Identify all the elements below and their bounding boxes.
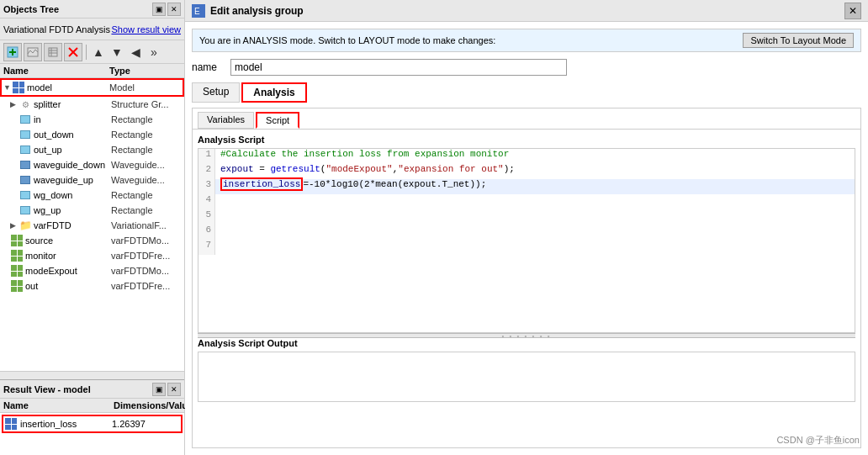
tree-scrollbar[interactable] — [0, 371, 184, 379]
result-item-value: 1.26397 — [112, 419, 179, 429]
expand-varfdtd[interactable]: ▶ — [10, 221, 19, 230]
code-line-3: 3 insertion_loss=-10*log10(2*mean(expout… — [198, 179, 855, 194]
show-result-button[interactable]: Show result view — [111, 24, 181, 34]
tree-item-out-down[interactable]: out_down Rectangle — [0, 127, 184, 142]
line-code-5 — [215, 209, 220, 225]
svg-text:E: E — [194, 7, 200, 16]
content-area: Variables Script Analysis Script 1 #Calc… — [192, 108, 861, 448]
right-panel: E Edit analysis group ✕ You are in ANALY… — [185, 0, 868, 455]
wg-up-name: wg_up — [34, 205, 111, 215]
waveguide-up-name: waveguide_up — [34, 175, 111, 185]
left-panel: Objects Tree ▣ ✕ Variational FDTD Analys… — [0, 0, 185, 455]
close-panel-icon[interactable]: ✕ — [167, 3, 181, 16]
result-body: insertion_loss 1.26397 — [0, 413, 184, 455]
move-up-button[interactable]: ▲ — [90, 44, 107, 61]
line-code-6 — [215, 225, 220, 240]
dialog-body: You are in ANALYSIS mode. Switch to LAYO… — [185, 22, 868, 455]
source-type: varFDTDMo... — [111, 235, 183, 246]
tree-item-in[interactable]: in Rectangle — [0, 112, 184, 127]
splitter-name: splitter — [34, 99, 111, 109]
varfdtd-folder-icon: 📁 — [19, 219, 32, 232]
out-name: out — [25, 281, 111, 291]
tree-item-varfdtd[interactable]: ▶ 📁 varFDTD VariationalF... — [0, 218, 184, 233]
col-name-header: Name — [3, 66, 109, 76]
switch-to-layout-button[interactable]: Switch To Layout Mode — [743, 33, 854, 48]
add-object-button[interactable] — [3, 43, 22, 61]
objects-tree-title: Objects Tree — [3, 4, 59, 14]
line-num-5: 5 — [198, 209, 215, 225]
tree-item-splitter[interactable]: ▶ ⚙ splitter Structure Gr... — [0, 97, 184, 112]
in-name: in — [34, 114, 111, 124]
toolbar-row: Variational FDTD Analysis Show result vi… — [0, 19, 184, 40]
line-num-4: 4 — [198, 194, 215, 209]
watermark: CSDN @子非鱼icon — [776, 434, 860, 447]
line-num-1: 1 — [198, 149, 215, 164]
name-label: name — [192, 61, 225, 73]
dialog-titlebar: E Edit analysis group ✕ — [185, 0, 868, 22]
delete-button[interactable] — [64, 43, 82, 61]
tree-item-modeexpout[interactable]: modeExpout varFDTDMo... — [0, 263, 184, 278]
tree-columns-header: Name Type — [0, 64, 184, 78]
splitter-type: Structure Gr... — [111, 99, 183, 109]
tree-item-waveguide-down[interactable]: waveguide_down Waveguide... — [0, 157, 184, 172]
source-name: source — [25, 235, 111, 246]
tabs-row: Setup Analysis — [192, 82, 861, 103]
result-columns-header: Name Dimensions/Valu... — [0, 399, 184, 413]
result-item-insertion-loss[interactable]: insertion_loss 1.26397 — [2, 415, 183, 433]
expand-model[interactable]: ▼ — [3, 83, 12, 92]
subtab-script[interactable]: Script — [256, 112, 299, 129]
line-code-4 — [215, 194, 220, 209]
tree-item-monitor[interactable]: monitor varFDTDFre... — [0, 248, 184, 263]
out-type: varFDTDFre... — [111, 281, 183, 291]
waveguide-down-icon — [19, 158, 32, 172]
more-button[interactable]: » — [146, 44, 162, 61]
tree-item-source[interactable]: source varFDTDMo... — [0, 233, 184, 248]
code-line-1: 1 #Calculate the insertion loss from exp… — [198, 149, 855, 164]
code-editor[interactable]: 1 #Calculate the insertion loss from exp… — [198, 148, 855, 333]
script-output — [198, 352, 855, 402]
out-up-icon — [19, 143, 32, 156]
result-pin-icon[interactable]: ▣ — [152, 383, 166, 396]
code-line-4: 4 — [198, 194, 855, 209]
tree-item-model[interactable]: ▼ model Model — [0, 78, 184, 97]
tree-item-out[interactable]: out varFDTDFre... — [0, 278, 184, 294]
image-button[interactable] — [24, 43, 42, 61]
line-num-2: 2 — [198, 164, 215, 179]
tree-item-wg-down[interactable]: wg_down Rectangle — [0, 188, 184, 203]
result-view-title: Result View - model — [3, 384, 91, 394]
separator — [86, 45, 87, 60]
model-type: Model — [109, 82, 181, 93]
code-line-7: 7 — [198, 240, 855, 255]
header-icons: ▣ ✕ — [152, 3, 181, 16]
result-close-icon[interactable]: ✕ — [167, 383, 181, 396]
name-input[interactable] — [230, 59, 567, 76]
result-col-name: Name — [3, 400, 114, 410]
svg-rect-4 — [49, 48, 57, 56]
tab-analysis[interactable]: Analysis — [241, 82, 306, 103]
dialog-close-button[interactable]: ✕ — [844, 3, 861, 19]
expand-splitter[interactable]: ▶ — [10, 100, 19, 108]
modeexpout-icon — [10, 264, 24, 278]
line-code-7 — [215, 240, 220, 255]
subtab-variables[interactable]: Variables — [198, 112, 254, 129]
mode-text: You are in ANALYSIS mode. Switch to LAYO… — [199, 35, 495, 45]
tree-item-waveguide-up[interactable]: waveguide_up Waveguide... — [0, 172, 184, 188]
output-label: Analysis Script Output — [198, 338, 855, 348]
line-code-1: #Calculate the insertion loss from expan… — [215, 149, 509, 164]
splitter-icon: ⚙ — [19, 98, 32, 111]
line-code-3: insertion_loss=-10*log10(2*mean(expout.T… — [215, 179, 486, 194]
monitor-name: monitor — [25, 251, 111, 261]
result-item-name: insertion_loss — [20, 419, 112, 429]
result-view-header: Result View - model ▣ ✕ — [0, 380, 184, 399]
out-icon — [10, 279, 24, 293]
tree-item-out-up[interactable]: out_up Rectangle — [0, 142, 184, 157]
pin-icon[interactable]: ▣ — [152, 3, 166, 16]
tree-item-wg-up[interactable]: wg_up Rectangle — [0, 203, 184, 218]
back-button[interactable]: ◀ — [127, 44, 144, 61]
move-down-button[interactable]: ▼ — [108, 44, 125, 61]
tab-setup[interactable]: Setup — [192, 82, 240, 103]
settings-button[interactable] — [44, 43, 62, 61]
result-view: Result View - model ▣ ✕ Name Dimensions/… — [0, 379, 184, 455]
toolbar-label: Variational FDTD Analysis — [3, 24, 110, 34]
wg-down-type: Rectangle — [111, 190, 183, 200]
